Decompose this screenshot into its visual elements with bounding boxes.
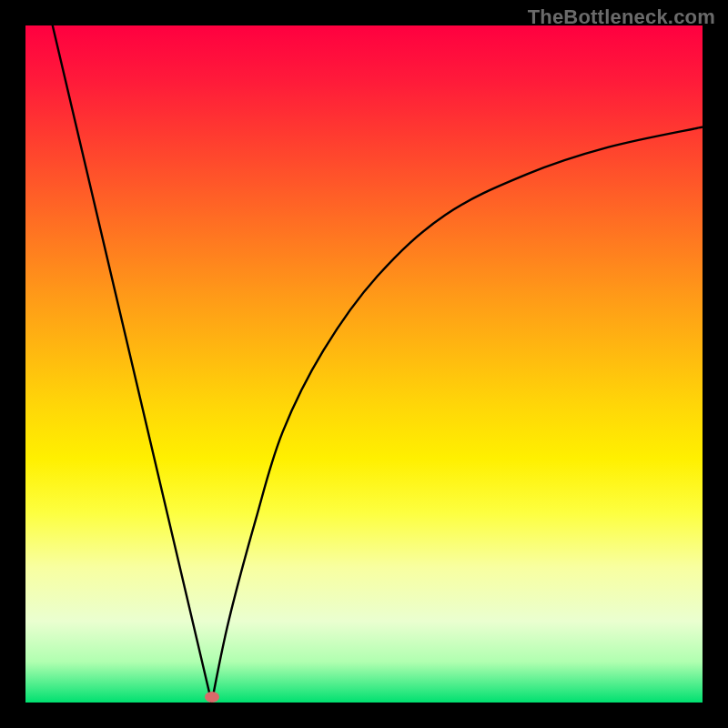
minimum-marker — [205, 692, 219, 703]
watermark-text: TheBottleneck.com — [528, 5, 715, 29]
bottleneck-curve — [25, 25, 703, 703]
plot-area — [25, 25, 703, 703]
chart-frame: TheBottleneck.com — [0, 0, 728, 728]
